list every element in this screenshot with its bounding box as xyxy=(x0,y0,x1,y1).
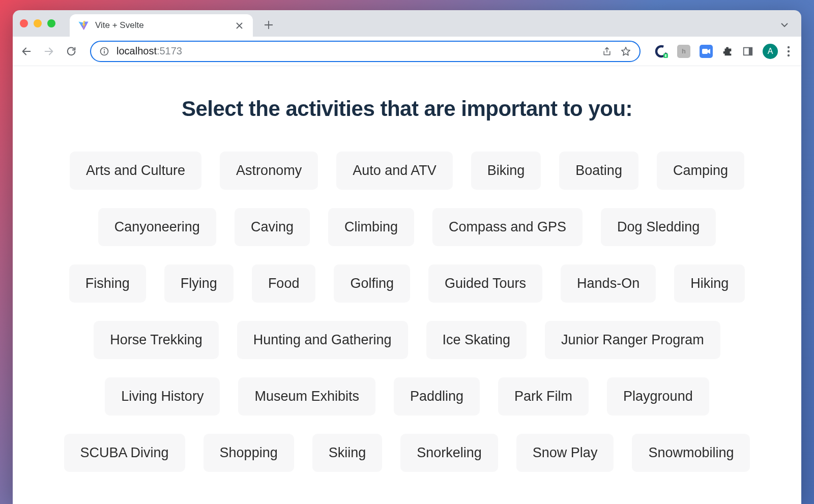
url-host: localhost xyxy=(117,45,157,56)
window-controls xyxy=(20,19,55,27)
activity-chip[interactable]: Living History xyxy=(105,377,220,416)
tab-title: Vite + Svelte xyxy=(95,20,229,31)
activities-list: Arts and CultureAstronomyAuto and ATVBik… xyxy=(61,152,753,472)
activity-chip[interactable]: Camping xyxy=(657,152,744,190)
activity-chip[interactable]: Skiing xyxy=(312,434,383,472)
svg-rect-8 xyxy=(749,47,752,55)
svg-point-11 xyxy=(788,54,790,56)
site-info-icon[interactable] xyxy=(99,46,109,56)
activity-chip[interactable]: Boating xyxy=(559,152,638,190)
bookmark-star-icon[interactable] xyxy=(620,46,631,57)
vite-favicon-icon xyxy=(78,20,89,31)
activity-chip[interactable]: Paddling xyxy=(394,377,480,416)
activity-chip[interactable]: Food xyxy=(252,264,316,303)
activity-chip[interactable]: Horse Trekking xyxy=(94,321,219,359)
nav-controls xyxy=(21,46,77,57)
svg-point-9 xyxy=(788,46,790,48)
activity-chip[interactable]: Snow Play xyxy=(516,434,614,472)
new-tab-button[interactable] xyxy=(264,20,273,29)
address-bar-actions xyxy=(602,46,631,57)
activity-chip[interactable]: Snowmobiling xyxy=(632,434,750,472)
tab-bar: Vite + Svelte xyxy=(13,10,801,37)
activity-chip[interactable]: Dog Sledding xyxy=(601,208,716,246)
profile-avatar[interactable]: A xyxy=(763,44,778,59)
toolbar-right: h A xyxy=(655,44,790,59)
browser-tab[interactable]: Vite + Svelte xyxy=(70,14,253,37)
svg-rect-6 xyxy=(702,49,708,54)
activity-chip[interactable]: Astronomy xyxy=(220,152,318,190)
svg-point-1 xyxy=(104,49,105,50)
extension-icon-3[interactable] xyxy=(700,45,713,58)
activity-chip[interactable]: Auto and ATV xyxy=(336,152,453,190)
activity-chip[interactable]: Climbing xyxy=(328,208,414,246)
svg-rect-2 xyxy=(104,51,105,53)
activity-chip[interactable]: Guided Tours xyxy=(428,264,542,303)
activity-chip[interactable]: Compass and GPS xyxy=(432,208,583,246)
browser-window: Vite + Svelte xyxy=(13,10,801,504)
browser-menu-button[interactable] xyxy=(787,46,790,57)
reload-button[interactable] xyxy=(66,46,77,57)
activity-chip[interactable]: Shopping xyxy=(204,434,294,472)
svg-rect-5 xyxy=(665,54,666,57)
maximize-window-button[interactable] xyxy=(47,19,55,27)
activity-chip[interactable]: Hiking xyxy=(674,264,745,303)
page-heading: Select the activities that are important… xyxy=(48,97,766,121)
activity-chip[interactable]: Biking xyxy=(471,152,541,190)
activity-chip[interactable]: Caving xyxy=(235,208,310,246)
forward-button[interactable] xyxy=(43,46,54,57)
close-tab-button[interactable] xyxy=(236,22,245,29)
activity-chip[interactable]: Arts and Culture xyxy=(70,152,201,190)
side-panel-icon[interactable] xyxy=(742,46,753,57)
activity-chip[interactable]: Ice Skating xyxy=(426,321,527,359)
activity-chip[interactable]: Flying xyxy=(164,264,234,303)
activity-chip[interactable]: Hunting and Gathering xyxy=(237,321,408,359)
url-port: :5173 xyxy=(157,45,182,56)
extensions-button[interactable] xyxy=(722,46,733,57)
activity-chip[interactable]: Museum Exhibits xyxy=(238,377,375,416)
activity-chip[interactable]: Fishing xyxy=(69,264,146,303)
activity-chip[interactable]: Canyoneering xyxy=(98,208,216,246)
url-text: localhost:5173 xyxy=(117,45,595,57)
page-content: Select the activities that are important… xyxy=(13,66,801,504)
address-bar[interactable]: localhost:5173 xyxy=(90,41,641,62)
tabs-dropdown-button[interactable] xyxy=(780,20,789,29)
toolbar: localhost:5173 h xyxy=(13,37,801,66)
activity-chip[interactable]: Playground xyxy=(607,377,709,416)
share-icon[interactable] xyxy=(602,46,612,56)
activity-chip[interactable]: Snorkeling xyxy=(400,434,498,472)
minimize-window-button[interactable] xyxy=(34,19,42,27)
extension-icon-1[interactable] xyxy=(655,45,668,58)
back-button[interactable] xyxy=(21,46,32,57)
activity-chip[interactable]: Golfing xyxy=(334,264,410,303)
activity-chip[interactable]: Junior Ranger Program xyxy=(545,321,720,359)
avatar-initial: A xyxy=(768,47,773,56)
activity-chip[interactable]: Park Film xyxy=(498,377,589,416)
activity-chip[interactable]: SCUBA Diving xyxy=(64,434,185,472)
close-window-button[interactable] xyxy=(20,19,28,27)
svg-point-10 xyxy=(788,50,790,52)
activity-chip[interactable]: Hands-On xyxy=(561,264,656,303)
extension-icon-2[interactable]: h xyxy=(677,45,690,58)
